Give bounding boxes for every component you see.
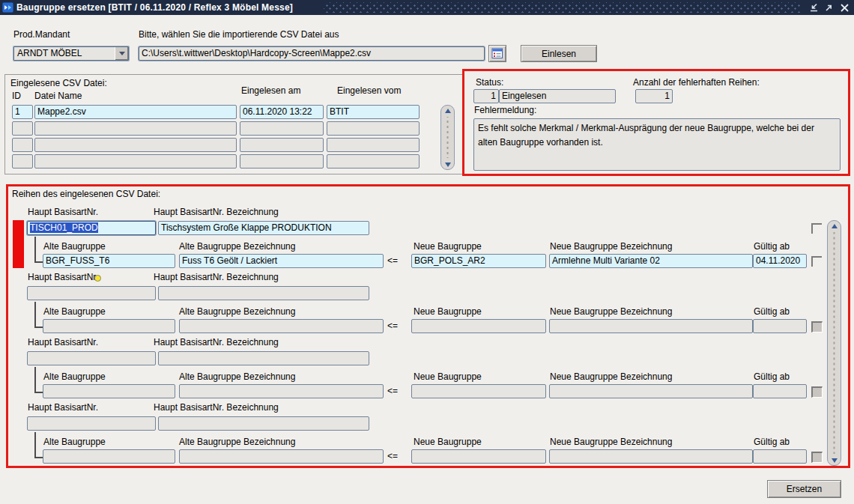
haupt-label: Haupt BasisartNr. <box>28 402 98 413</box>
cell-name[interactable] <box>34 121 237 136</box>
neue-bez-field[interactable] <box>549 449 753 464</box>
neue-label: Neue Baugruppe <box>414 306 482 317</box>
gueltig-field[interactable] <box>753 449 807 464</box>
cell-vom[interactable] <box>327 121 420 136</box>
gueltig-field[interactable] <box>753 319 807 333</box>
window-title: Baugruppe ersetzen [BTIT / 06.11.2020 / … <box>16 2 293 13</box>
col-header-am: Eingelesen am <box>241 85 300 96</box>
tree-connector <box>34 367 43 393</box>
cell-name[interactable] <box>34 138 237 152</box>
fehlermeldung-label: Fehlermeldung: <box>474 105 536 115</box>
cell-am[interactable]: 06.11.2020 13:22 <box>240 105 324 119</box>
gueltig-label: Gültig ab <box>754 437 790 447</box>
haupt-bez-label: Haupt BasisartNr. Bezeichnung <box>154 272 279 282</box>
gueltig-label: Gültig ab <box>754 241 790 252</box>
col-header-name: Datei Name <box>34 91 82 101</box>
anzahl-field[interactable]: 1 <box>635 89 673 103</box>
cell-id[interactable] <box>12 121 33 136</box>
arrow-label: <= <box>387 451 398 461</box>
cell-vom[interactable]: BTIT <box>327 105 420 119</box>
cell-id[interactable]: 1 <box>12 105 33 119</box>
tree-connector <box>34 432 43 458</box>
col-header-vom: Eingelesen vom <box>337 85 401 96</box>
row-checkbox[interactable] <box>811 223 822 234</box>
alte-bez-field[interactable] <box>179 384 384 398</box>
haupt-field[interactable] <box>27 286 156 300</box>
alte-field[interactable] <box>43 319 175 333</box>
restore-icon[interactable] <box>823 2 835 13</box>
mandant-label: Prod.Mandant <box>13 29 70 40</box>
cell-name[interactable] <box>34 154 237 168</box>
neue-field[interactable] <box>411 319 546 333</box>
cell-vom[interactable] <box>327 154 420 168</box>
mandant-select[interactable]: ARNDT MÖBEL <box>13 46 129 61</box>
browse-file-button[interactable] <box>488 45 506 62</box>
gueltig-field[interactable] <box>753 384 807 398</box>
scroll-up-icon[interactable] <box>441 106 454 115</box>
haupt-bez-field[interactable]: Tischsystem Große Klappe PRODUKTION <box>158 221 369 235</box>
gueltig-field[interactable]: 04.11.2020 <box>753 254 807 268</box>
alte-label: Alte Baugruppe <box>43 306 106 317</box>
tree-connector <box>34 237 43 263</box>
neue-label: Neue Baugruppe <box>414 371 482 382</box>
status-text-field[interactable]: Eingelesen <box>499 89 616 103</box>
alte-bez-field[interactable] <box>179 319 384 333</box>
neue-field[interactable] <box>411 384 546 398</box>
alte-field[interactable] <box>43 384 175 398</box>
row-checkbox <box>811 386 823 398</box>
gueltig-label: Gültig ab <box>754 371 790 382</box>
cell-id[interactable] <box>12 154 33 168</box>
window-replace-icon <box>2 2 13 13</box>
cell-am[interactable] <box>240 121 324 136</box>
scrollbar-thumb[interactable] <box>444 117 451 158</box>
alte-bez-field[interactable] <box>179 449 384 464</box>
scrollbar-thumb[interactable] <box>831 232 838 454</box>
chevron-down-icon[interactable] <box>115 47 128 60</box>
cell-id[interactable] <box>12 138 33 152</box>
haupt-label: Haupt BasisartNr. <box>28 207 98 217</box>
fehlermeldung-text[interactable]: Es fehlt solche Merkmal / Merkmal-Ausprä… <box>473 118 841 171</box>
scroll-down-icon[interactable] <box>441 160 454 169</box>
cell-am[interactable] <box>240 154 324 168</box>
file-select-label: Bitte, wählen Sie die importierende CSV … <box>139 29 339 40</box>
cell-vom[interactable] <box>327 138 420 152</box>
scroll-up-icon[interactable] <box>828 221 841 231</box>
cell-am[interactable] <box>240 138 324 152</box>
ersetzen-button[interactable]: Ersetzen <box>767 480 841 498</box>
error-marker <box>13 220 24 268</box>
alte-bez-field[interactable]: Fuss T6 Geölt / Lackiert <box>179 254 384 268</box>
baugruppe-ersetzen-window: Baugruppe ersetzen [BTIT / 06.11.2020 / … <box>0 0 854 504</box>
neue-bez-field[interactable] <box>549 319 753 333</box>
haupt-bez-field[interactable] <box>158 416 369 431</box>
csv-table-scrollbar[interactable] <box>440 105 455 170</box>
rows-section-scrollbar[interactable] <box>827 220 841 466</box>
title-bar[interactable]: Baugruppe ersetzen [BTIT / 06.11.2020 / … <box>0 0 854 15</box>
alte-label: Alte Baugruppe <box>43 371 106 382</box>
haupt-bez-field[interactable] <box>158 286 369 300</box>
neue-field[interactable]: BGR_POLS_AR2 <box>411 254 546 268</box>
einlesen-button[interactable]: Einlesen <box>521 45 597 62</box>
minimize-icon[interactable] <box>808 2 820 13</box>
neue-field[interactable] <box>411 449 546 464</box>
haupt-field[interactable]: TISCH01_PROD <box>27 221 156 235</box>
alte-field[interactable]: BGR_FUSS_T6 <box>43 254 175 268</box>
mandant-value: ARNDT MÖBEL <box>17 48 82 59</box>
file-path-input[interactable]: C:\Users\t.wittwer\Desktop\Hardcopy-Scre… <box>139 46 485 61</box>
status-code-field[interactable]: 1 <box>473 89 499 103</box>
neue-bez-field[interactable] <box>549 384 753 398</box>
cell-name[interactable]: Mappe2.csv <box>34 105 237 119</box>
arrow-label: <= <box>387 321 398 331</box>
neue-bez-field[interactable]: Armlehne Multi Variante 02 <box>549 254 753 268</box>
row-checkbox[interactable] <box>811 256 822 267</box>
haupt-field[interactable] <box>27 416 156 431</box>
scroll-down-icon[interactable] <box>828 455 841 465</box>
haupt-bez-field[interactable] <box>158 351 369 365</box>
row-checkbox <box>811 321 823 333</box>
haupt-field[interactable] <box>27 351 156 365</box>
close-icon[interactable] <box>838 2 850 13</box>
alte-label: Alte Baugruppe <box>43 437 106 447</box>
alte-field[interactable] <box>43 449 175 464</box>
cursor-dot-icon <box>94 275 101 282</box>
alte-bez-label: Alte Baugruppe Bezeichnung <box>179 371 295 382</box>
alte-label: Alte Baugruppe <box>43 241 106 252</box>
